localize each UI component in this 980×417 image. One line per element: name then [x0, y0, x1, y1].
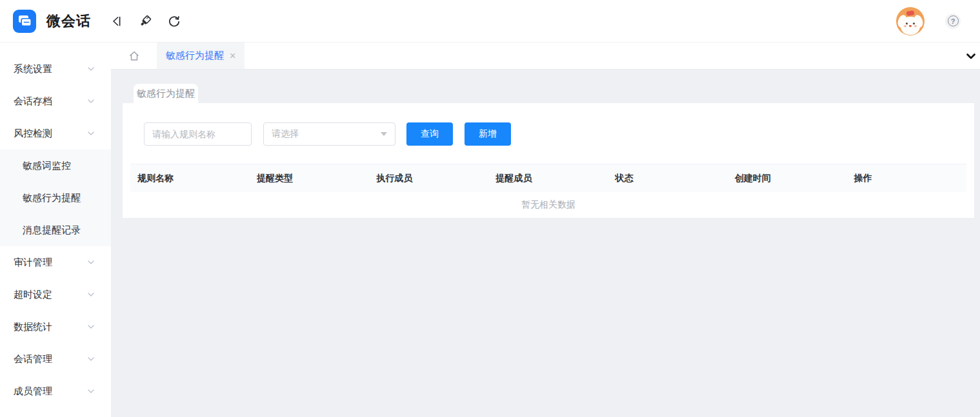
col-alert-type: 提醒类型: [250, 173, 369, 184]
tabbar-chevron-down-icon[interactable]: [966, 43, 976, 69]
theme-skin-icon[interactable]: [137, 13, 154, 30]
filter-row: 请选择 查询 新增: [144, 122, 966, 146]
tab-label: 敏感行为提醒: [166, 50, 224, 62]
sidebar-item-member-management[interactable]: 成员管理: [0, 375, 111, 407]
app-logo-icon: [13, 10, 36, 33]
collapse-sidebar-icon[interactable]: [108, 13, 125, 30]
col-created-time: 创建时间: [728, 173, 847, 184]
home-icon[interactable]: [128, 43, 141, 69]
chevron-down-icon: [87, 386, 95, 397]
sidebar-submenu-risk-detection: 敏感词监控 敏感行为提醒 消息提醒记录: [0, 150, 111, 246]
chevron-down-icon: [87, 64, 95, 75]
select-placeholder: 请选择: [272, 128, 299, 140]
sidebar-item-system-settings[interactable]: 系统设置: [0, 53, 111, 85]
sidebar: 系统设置 会话存档 风控检测 敏感词监控 敏感行为提醒 消息提醒记录 审计管理: [0, 43, 111, 417]
rules-table: 规则名称 提醒类型 执行成员 提醒成员 状态 创建时间 操作 暂无相关数据: [130, 164, 966, 218]
col-alert-members: 提醒成员: [488, 173, 608, 184]
type-select[interactable]: 请选择: [263, 122, 395, 146]
col-status: 状态: [608, 173, 728, 184]
tab-sensitive-behavior-alert[interactable]: 敏感行为提醒 ×: [157, 43, 245, 69]
table-empty-state: 暂无相关数据: [130, 192, 966, 218]
sidebar-item-timeout-settings[interactable]: 超时设定: [0, 278, 111, 311]
main-area: 敏感行为提醒 × 敏感行为提醒 请选择 查询 新增: [111, 43, 980, 417]
close-icon[interactable]: ×: [230, 51, 235, 61]
user-avatar[interactable]: [896, 7, 925, 35]
app-title: 微会话: [46, 12, 91, 31]
sidebar-item-session-archive[interactable]: 会话存档: [0, 85, 111, 117]
add-button[interactable]: 新增: [465, 122, 511, 146]
sidebar-item-risk-detection[interactable]: 风控检测: [0, 117, 111, 150]
help-icon[interactable]: ?: [945, 14, 961, 29]
select-caret-down-icon: [381, 132, 387, 136]
col-actions: 操作: [847, 173, 966, 184]
chevron-down-icon: [87, 128, 95, 139]
sidebar-item-session-management[interactable]: 会话管理: [0, 343, 111, 375]
chevron-down-icon: [87, 289, 95, 300]
refresh-icon[interactable]: [166, 13, 183, 30]
col-rule-name: 规则名称: [130, 173, 250, 184]
rule-name-input[interactable]: [144, 122, 252, 146]
content-card: 请选择 查询 新增 规则名称 提醒类型 执行成员 提醒成员 状态 创建时间 操作: [123, 103, 974, 218]
sidebar-item-message-alert-records[interactable]: 消息提醒记录: [0, 214, 111, 246]
chevron-down-icon: [87, 354, 95, 365]
sidebar-item-sensitive-behavior-alert[interactable]: 敏感行为提醒: [0, 182, 111, 214]
col-executing-members: 执行成员: [369, 173, 488, 184]
chevron-down-icon: [87, 322, 95, 333]
app-header: 微会话 ?: [0, 0, 980, 43]
query-button[interactable]: 查询: [406, 122, 453, 146]
page-tabbar: 敏感行为提醒 ×: [111, 43, 980, 70]
panel-tab-sensitive-behavior-alert[interactable]: 敏感行为提醒: [134, 84, 198, 103]
page-content: 敏感行为提醒 请选择 查询 新增 规则名称 提醒类型 执行成员: [111, 70, 980, 417]
chevron-down-icon: [87, 96, 95, 107]
sidebar-item-data-statistics[interactable]: 数据统计: [0, 311, 111, 343]
chevron-down-icon: [87, 257, 95, 268]
table-header-row: 规则名称 提醒类型 执行成员 提醒成员 状态 创建时间 操作: [130, 164, 966, 192]
sidebar-item-sensitive-word-monitor[interactable]: 敏感词监控: [0, 150, 111, 182]
sidebar-item-audit-management[interactable]: 审计管理: [0, 246, 111, 278]
